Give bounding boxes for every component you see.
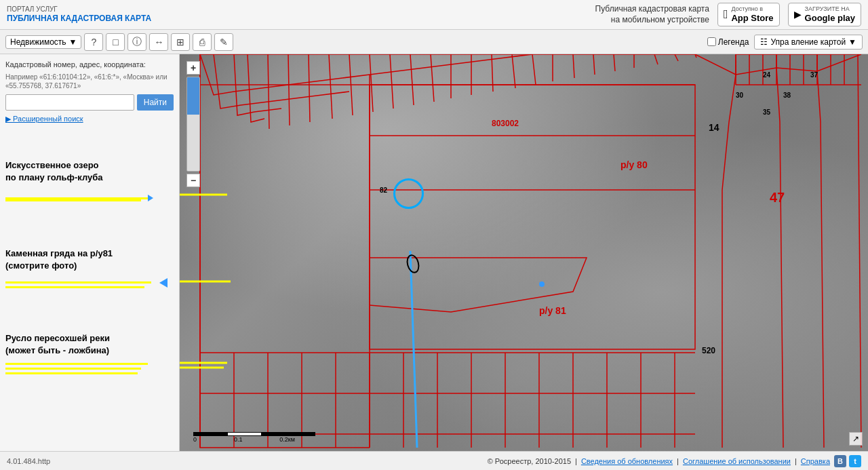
map-zoom-controls: + − xyxy=(186,61,200,187)
copyright-text: © Росреестр, 2010-2015 xyxy=(488,457,571,465)
portal-logo: ПОРТАЛ УСЛУГ ПУБЛИЧНАЯ КАДАСТРОВАЯ КАРТА xyxy=(7,5,151,23)
footer-link-3[interactable]: Справка xyxy=(801,457,830,465)
search-example: Например «61:6:10104:12», «61:6:*», «Мос… xyxy=(5,73,174,90)
footer-separator-3: | xyxy=(795,457,797,465)
footer-version: 4.01.484.http xyxy=(7,457,50,465)
googleplay-text: ЗАГРУЗИТЕ НА Google play xyxy=(805,5,855,23)
map-area[interactable]: + − 803002 р/у 80 р/у 81 47 14 520 24 30… xyxy=(180,54,868,451)
zoom-out-button[interactable]: − xyxy=(186,174,200,187)
tool-btn-5[interactable]: ⊞ xyxy=(171,33,190,51)
apple-icon:  xyxy=(724,7,728,22)
annotation-line-3c xyxy=(5,372,138,374)
tool-btn-7[interactable]: ✎ xyxy=(214,33,233,51)
toolbar: Недвижимость ▼ ? □ ⓘ ↔ ⊞ ⎙ ✎ Легенда ☷ У… xyxy=(0,30,868,54)
legend-checkbox[interactable] xyxy=(707,37,716,46)
expand-arrow[interactable]: ↗ xyxy=(849,432,863,446)
map-svg xyxy=(180,54,868,451)
toolbar-right: Легенда ☷ Упра вление картой ▼ xyxy=(707,35,863,50)
advanced-search-link[interactable]: ▶ Расширенный поиск xyxy=(5,115,174,123)
social-buttons: В t xyxy=(834,455,861,467)
left-panel: Кадастровый номер, адрес, координата: На… xyxy=(0,54,180,451)
portal-line2: ПУБЛИЧНАЯ КАДАСТРОВАЯ КАРТА xyxy=(7,14,151,23)
search-input[interactable] xyxy=(5,94,134,111)
android-icon: ▶ xyxy=(794,9,802,20)
footer-link-1[interactable]: Сведения об обновлениях xyxy=(581,457,673,465)
footer: 4.01.484.http © Росреестр, 2010-2015 | С… xyxy=(0,451,868,470)
main: Кадастровый номер, адрес, координата: На… xyxy=(0,54,868,451)
annotation-1-text: Искусственное озеропо плану гольф-клуба xyxy=(5,159,103,184)
annotation-2-text: Каменная гряда на р/у81(смотрите фото) xyxy=(5,248,113,272)
search-button[interactable]: Найти xyxy=(137,94,174,111)
twitter-icon[interactable]: t xyxy=(849,455,861,467)
annotation-line-2 xyxy=(5,281,151,283)
annotation-3-text: Русло пересохшей реки(может быть - ложби… xyxy=(5,332,110,357)
zoom-slider[interactable] xyxy=(186,77,200,172)
tool-btn-3[interactable]: ⓘ xyxy=(127,33,146,51)
scale-label-0: 0 xyxy=(193,436,197,443)
annotation-line-1b xyxy=(5,199,141,201)
tool-btn-4[interactable]: ↔ xyxy=(149,33,168,51)
annotation-line-2b xyxy=(5,286,144,288)
header-right: Публичная кадастровая карта на мобильном… xyxy=(595,3,861,26)
scale-label-01: 0.1 xyxy=(234,436,243,443)
annotation-line-3 xyxy=(5,363,148,365)
tool-btn-6[interactable]: ⎙ xyxy=(193,33,212,51)
scale-labels: 0 0.1 0.2км xyxy=(193,436,295,443)
search-row: Найти xyxy=(5,94,174,111)
header: ПОРТАЛ УСЛУГ ПУБЛИЧНАЯ КАДАСТРОВАЯ КАРТА… xyxy=(0,0,868,30)
legend-label: Легенда xyxy=(718,37,749,47)
footer-separator-2: | xyxy=(677,457,679,465)
appstore-badge[interactable]:  Доступно в App Store xyxy=(717,3,780,26)
zoom-in-button[interactable]: + xyxy=(186,61,200,75)
footer-separator-1: | xyxy=(575,457,577,465)
annotation-3: Русло пересохшей реки(может быть - ложби… xyxy=(5,332,110,358)
select-label: Недвижимость xyxy=(10,37,66,47)
manage-map-label: Упра вление картой xyxy=(770,37,846,47)
manage-map-button[interactable]: ☷ Упра вление картой ▼ xyxy=(754,35,863,50)
chevron-down-icon: ▼ xyxy=(69,37,77,47)
vk-icon[interactable]: В xyxy=(834,455,846,467)
portal-line1: ПОРТАЛ УСЛУГ xyxy=(7,5,151,14)
annotation-1: Искусственное озеропо плану гольф-клуба xyxy=(5,159,103,185)
googleplay-badge[interactable]: ▶ ЗАГРУЗИТЕ НА Google play xyxy=(788,3,861,26)
property-type-select[interactable]: Недвижимость ▼ xyxy=(5,35,81,49)
annotation-2-arrow xyxy=(159,278,167,288)
appstore-text: Доступно в App Store xyxy=(731,5,773,23)
tool-btn-2[interactable]: □ xyxy=(106,33,125,51)
tool-btn-1[interactable]: ? xyxy=(84,33,103,51)
header-left: ПОРТАЛ УСЛУГ ПУБЛИЧНАЯ КАДАСТРОВАЯ КАРТА xyxy=(7,5,151,23)
footer-right: © Росреестр, 2010-2015 | Сведения об обн… xyxy=(488,455,861,467)
search-label: Кадастровый номер, адрес, координата: xyxy=(5,60,174,70)
scale-label-02km: 0.2км xyxy=(279,436,295,443)
annotation-2: Каменная гряда на р/у81(смотрите фото) xyxy=(5,248,113,273)
mobile-text: Публичная кадастровая карта на мобильном… xyxy=(595,3,709,26)
chevron-down-icon2: ▼ xyxy=(848,37,856,47)
footer-link-2[interactable]: Соглашение об использовании xyxy=(683,457,791,465)
grid-icon: ☷ xyxy=(760,37,768,47)
annotation-line-3b xyxy=(5,368,141,370)
scale-bar: 0 0.1 0.2км xyxy=(193,432,315,443)
legend-checkbox-label[interactable]: Легенда xyxy=(707,37,749,47)
